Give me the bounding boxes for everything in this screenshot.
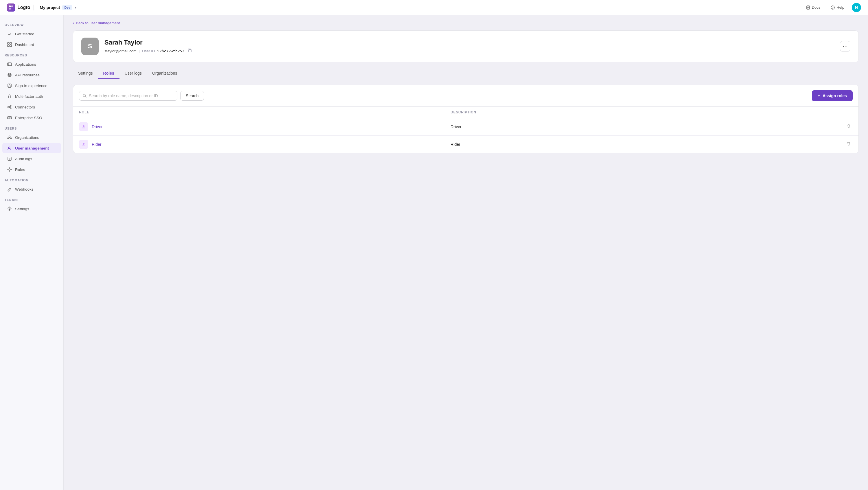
svg-line-29: [9, 138, 9, 138]
tab-organizations[interactable]: Organizations: [147, 68, 182, 79]
sidebar-item-label: Webhooks: [15, 187, 34, 192]
sidebar-item-applications[interactable]: Applications: [2, 59, 61, 69]
svg-line-22: [9, 106, 10, 107]
search-area: Search: [79, 91, 204, 101]
users-section-label: USERS: [0, 123, 63, 132]
avatar[interactable]: N: [852, 3, 861, 12]
svg-rect-12: [10, 45, 11, 46]
sidebar-item-label: User management: [15, 146, 49, 151]
audit-logs-icon: [7, 156, 12, 161]
svg-rect-11: [7, 45, 9, 46]
organizations-icon: [7, 135, 12, 140]
svg-point-26: [7, 138, 9, 139]
svg-point-43: [83, 143, 85, 144]
search-button[interactable]: Search: [180, 91, 204, 101]
assign-roles-button[interactable]: + Assign roles: [812, 90, 852, 101]
svg-rect-1: [11, 5, 13, 7]
svg-line-23: [9, 107, 10, 108]
role-name-link[interactable]: Driver: [92, 124, 102, 129]
role-actions: [839, 136, 859, 153]
copy-id-button[interactable]: [187, 48, 193, 54]
back-link[interactable]: ‹ Back to user management: [73, 21, 859, 25]
delete-role-button[interactable]: [844, 122, 852, 131]
project-selector[interactable]: My project Dev ▾: [37, 4, 79, 11]
svg-rect-16: [8, 84, 11, 87]
role-description: Driver: [445, 118, 839, 136]
svg-rect-9: [7, 42, 9, 44]
svg-point-42: [83, 125, 85, 127]
role-description: Rider: [445, 136, 839, 153]
svg-point-21: [10, 108, 11, 109]
more-options-button[interactable]: ⋯: [840, 41, 850, 52]
sidebar-item-label: Enterprise SSO: [15, 116, 42, 120]
user-email: staylor@gmail.com: [104, 49, 136, 53]
search-input[interactable]: [89, 93, 174, 98]
role-cell: Rider: [73, 136, 445, 153]
roles-panel: Search + Assign roles Role Description: [73, 85, 859, 153]
project-name: My project: [40, 5, 60, 10]
sidebar-item-sign-in-experience[interactable]: Sign-in experience: [2, 80, 61, 91]
sign-in-icon: [7, 83, 12, 88]
svg-line-41: [85, 96, 86, 97]
docs-button[interactable]: Docs: [803, 3, 824, 11]
svg-point-20: [10, 105, 11, 106]
sidebar-item-mfa[interactable]: Multi-factor auth: [2, 91, 61, 101]
sidebar-item-enterprise-sso[interactable]: Enterprise SSO: [2, 112, 61, 123]
get-started-icon: [7, 31, 12, 36]
topbar-left: Logto My project Dev ▾: [7, 3, 79, 11]
sidebar-item-audit-logs[interactable]: Audit logs: [2, 154, 61, 164]
col-actions: [839, 107, 859, 118]
sidebar-item-connectors[interactable]: Connectors: [2, 102, 61, 112]
user-card: S Sarah Taylor staylor@gmail.com | User …: [73, 30, 859, 62]
tenant-section-label: TENANT: [0, 195, 63, 203]
sidebar-item-dashboard[interactable]: Dashboard: [2, 39, 61, 50]
search-input-wrapper: [79, 91, 177, 101]
roles-icon: [7, 167, 12, 172]
sidebar-item-label: Dashboard: [15, 42, 34, 47]
sidebar-item-webhooks[interactable]: Webhooks: [2, 184, 61, 194]
sidebar-item-label: Settings: [15, 207, 29, 211]
user-name: Sarah Taylor: [104, 39, 193, 46]
tab-settings[interactable]: Settings: [73, 68, 98, 79]
sidebar-item-api-resources[interactable]: API resources: [2, 70, 61, 80]
tabs-container: Settings Roles User logs Organizations: [73, 68, 859, 79]
help-button[interactable]: ? Help: [828, 3, 847, 11]
mfa-icon: [7, 94, 12, 99]
sidebar-item-label: Multi-factor auth: [15, 94, 43, 99]
sidebar-item-user-management[interactable]: User management: [2, 143, 61, 153]
sidebar-item-label: Sign-in experience: [15, 84, 48, 88]
role-name-link[interactable]: Rider: [92, 142, 101, 146]
sidebar-item-roles[interactable]: Roles: [2, 164, 61, 175]
svg-rect-2: [9, 8, 11, 9]
col-role: Role: [73, 107, 445, 118]
roles-toolbar: Search + Assign roles: [73, 85, 859, 107]
sidebar-item-organizations[interactable]: Organizations: [2, 132, 61, 142]
svg-point-37: [8, 190, 9, 191]
sidebar-item-get-started[interactable]: Get started: [2, 29, 61, 39]
svg-point-31: [9, 147, 10, 149]
tab-roles[interactable]: Roles: [98, 68, 120, 79]
user-id-value: 5khc7vwth252: [157, 49, 184, 53]
svg-rect-0: [9, 5, 11, 7]
applications-icon: [7, 62, 12, 67]
role-actions: [839, 118, 859, 136]
logo-area: Logto: [7, 3, 30, 11]
user-card-left: S Sarah Taylor staylor@gmail.com | User …: [81, 38, 193, 55]
docs-icon: [806, 5, 810, 9]
enterprise-sso-icon: [7, 115, 12, 120]
table-row: Driver Driver: [73, 118, 859, 136]
overview-section-label: OVERVIEW: [0, 20, 63, 28]
trash-icon: [846, 141, 851, 146]
topbar-right: Docs ? Help N: [803, 3, 861, 12]
sidebar-item-settings[interactable]: Settings: [2, 204, 61, 214]
user-management-icon: [7, 145, 12, 151]
svg-point-38: [9, 208, 10, 210]
back-arrow-icon: ‹: [73, 21, 74, 25]
user-meta: staylor@gmail.com | User ID 5khc7vwth252: [104, 48, 193, 54]
sidebar-item-label: Applications: [15, 62, 36, 67]
sidebar-item-label: Audit logs: [15, 157, 32, 161]
settings-icon: [7, 206, 12, 211]
svg-line-30: [9, 138, 10, 138]
delete-role-button[interactable]: [844, 140, 852, 149]
tab-user-logs[interactable]: User logs: [120, 68, 147, 79]
